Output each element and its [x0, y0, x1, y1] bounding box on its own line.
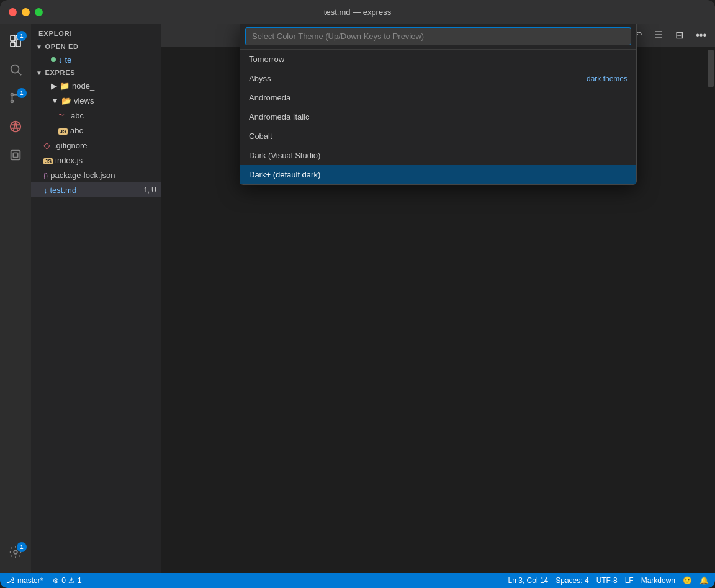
- svg-point-8: [11, 100, 14, 103]
- activity-item-explorer[interactable]: 1: [3, 29, 28, 53]
- svg-rect-0: [11, 35, 15, 41]
- abc-js-name: abc: [70, 126, 83, 135]
- smiley-icon[interactable]: 🙂: [683, 576, 692, 585]
- warning-icon: ⚠: [68, 576, 75, 585]
- theme-name-andromeda: Andromeda: [249, 93, 290, 102]
- window-title: test.md — express: [324, 7, 391, 17]
- folder-open-arrow-icon: ▼: [51, 96, 59, 105]
- extensions-icon: [9, 120, 22, 133]
- file-encoding[interactable]: UTF-8: [596, 576, 618, 585]
- file-abc-hbs[interactable]: 〜 abc: [31, 108, 161, 123]
- gitignore-name: .gitignore: [54, 141, 87, 150]
- svg-rect-14: [11, 151, 20, 160]
- file-test-md[interactable]: ↓ test.md 1, U: [31, 182, 161, 197]
- toolbar-list-icon[interactable]: ☰: [650, 27, 667, 43]
- theme-item-andromeda-italic[interactable]: Andromeda Italic: [240, 107, 636, 127]
- explorer-badge: 1: [17, 31, 27, 41]
- js-file-icon: JS: [58, 126, 68, 135]
- remote-icon: [9, 148, 22, 162]
- git-branch-icon: ⎇: [6, 576, 15, 585]
- theme-name-dark-vs: Dark (Visual Studio): [249, 151, 320, 160]
- theme-search-input[interactable]: [245, 27, 631, 45]
- file-gitignore[interactable]: ◇ .gitignore: [31, 138, 161, 153]
- error-icon: ⊗: [53, 576, 59, 585]
- modified-dot: [51, 57, 56, 62]
- file-index-js[interactable]: JS index.js: [31, 153, 161, 167]
- theme-name-abyss: Abyss: [249, 74, 271, 83]
- folder-arrow-icon: ▶: [51, 81, 57, 91]
- theme-item-dark-plus[interactable]: Dark+ (default dark): [240, 165, 636, 184]
- scrollbar-thumb[interactable]: [708, 50, 714, 87]
- open-editors-header[interactable]: ▼ OPEN ED: [31, 41, 161, 52]
- svg-point-6: [11, 94, 14, 96]
- editor-area: ↶ ☰ ⊟ ••• Tomorrow Abyss: [161, 24, 715, 573]
- theme-list: Tomorrow Abyss dark themes Andromeda And…: [240, 50, 636, 184]
- file-node-modules[interactable]: ▶ 📁 node_: [31, 78, 161, 93]
- file-package-lock[interactable]: {} package-lock.json: [31, 167, 161, 182]
- test-md-status: 1, U: [144, 186, 156, 194]
- toolbar-split-icon[interactable]: ⊟: [672, 27, 687, 43]
- main-area: 1 1: [0, 24, 715, 573]
- bell-icon[interactable]: 🔔: [699, 576, 709, 585]
- svg-line-12: [13, 122, 16, 132]
- theme-item-cobalt[interactable]: Cobalt: [240, 127, 636, 146]
- theme-name-andromeda-italic: Andromeda Italic: [249, 112, 310, 122]
- theme-name-cobalt: Cobalt: [249, 131, 272, 141]
- svg-point-16: [14, 550, 17, 554]
- folder-open-icon: 📂: [61, 96, 71, 105]
- theme-name-tomorrow: Tomorrow: [249, 55, 284, 64]
- activity-item-search[interactable]: [3, 57, 28, 82]
- traffic-lights: [9, 8, 43, 16]
- express-header[interactable]: ▼ EXPRES: [31, 67, 161, 78]
- sidebar: EXPLORI ▼ OPEN ED ↓ te ▼ EXPRES ▶ 📁 node…: [31, 24, 161, 573]
- open-editor-filename: te: [65, 55, 72, 65]
- svg-rect-15: [13, 153, 17, 157]
- download-arrow-icon: ↓: [58, 55, 63, 65]
- json-icon: {}: [43, 171, 48, 180]
- activity-item-source-control[interactable]: 1: [3, 86, 28, 110]
- svg-point-4: [11, 65, 19, 73]
- test-md-name: test.md: [50, 185, 77, 195]
- hbs-file-icon: 〜: [58, 110, 67, 121]
- branch-name: master*: [17, 576, 43, 585]
- open-editor-file[interactable]: ↓ te: [31, 52, 161, 67]
- language-mode[interactable]: Markdown: [641, 576, 675, 585]
- theme-item-andromeda[interactable]: Andromeda: [240, 88, 636, 107]
- status-branch[interactable]: ⎇ master*: [6, 576, 43, 585]
- status-errors[interactable]: ⊗ 0 ⚠ 1: [53, 576, 81, 585]
- open-editors-arrow: ▼: [36, 43, 43, 50]
- activity-item-settings[interactable]: 1: [3, 540, 28, 564]
- dark-themes-label: dark themes: [587, 74, 627, 83]
- toolbar-more-icon[interactable]: •••: [692, 27, 710, 43]
- minimize-button[interactable]: [22, 8, 30, 16]
- command-palette[interactable]: Tomorrow Abyss dark themes Andromeda And…: [240, 24, 637, 185]
- error-count: 0: [61, 576, 66, 585]
- theme-item-tomorrow[interactable]: Tomorrow: [240, 50, 636, 69]
- theme-name-dark-plus: Dark+ (default dark): [249, 170, 320, 179]
- theme-item-abyss[interactable]: Abyss dark themes: [240, 69, 636, 88]
- package-lock-name: package-lock.json: [50, 171, 115, 180]
- scrollbar-track[interactable]: [706, 47, 715, 573]
- svg-line-5: [18, 72, 21, 75]
- close-button[interactable]: [9, 8, 17, 16]
- line-ending[interactable]: LF: [625, 576, 634, 585]
- command-input-wrap: [240, 24, 636, 50]
- search-icon: [9, 63, 22, 76]
- theme-item-dark-vs[interactable]: Dark (Visual Studio): [240, 146, 636, 165]
- status-right: Ln 3, Col 14 Spaces: 4 UTF-8 LF Markdown…: [508, 576, 709, 585]
- sidebar-title: EXPLORI: [31, 24, 161, 41]
- source-control-badge: 1: [17, 88, 27, 98]
- activity-item-remote[interactable]: [3, 143, 28, 167]
- maximize-button[interactable]: [35, 8, 43, 16]
- activity-bar: 1 1: [0, 24, 31, 573]
- express-label: EXPRES: [45, 69, 76, 76]
- svg-line-13: [16, 122, 18, 132]
- file-views[interactable]: ▼ 📂 views: [31, 93, 161, 108]
- cursor-position[interactable]: Ln 3, Col 14: [508, 576, 549, 585]
- svg-text:〜: 〜: [58, 112, 65, 118]
- express-arrow: ▼: [36, 69, 43, 76]
- titlebar: test.md — express: [0, 0, 715, 24]
- spaces-setting[interactable]: Spaces: 4: [555, 576, 588, 585]
- file-abc-js[interactable]: JS abc: [31, 123, 161, 138]
- activity-item-extensions[interactable]: [3, 114, 28, 139]
